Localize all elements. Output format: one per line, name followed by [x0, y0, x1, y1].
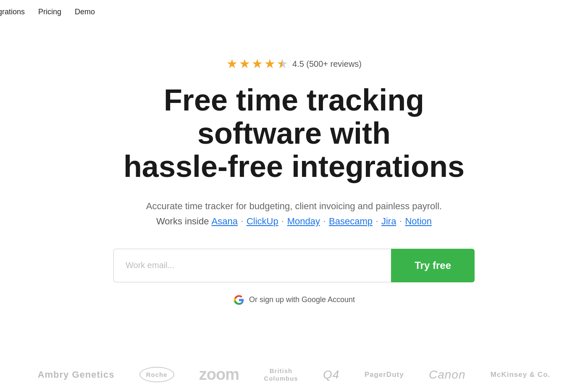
logo-q4: Q4 [323, 368, 339, 381]
rating-row: ★ ★ ★ ★ 4.5 (500+ reviews) [226, 58, 362, 70]
email-input[interactable] [113, 249, 391, 282]
integration-jira[interactable]: Jira [381, 216, 396, 227]
works-inside-text: Works inside [156, 216, 209, 227]
logo-canon: Canon [429, 368, 466, 381]
integration-asana[interactable]: Asana [211, 216, 237, 227]
dot-2: · [282, 217, 284, 226]
logos-section: Ambry Genetics Roche zoom BritishColumbu… [0, 357, 588, 392]
dot-3: · [323, 217, 326, 226]
hero-subtitle: Accurate time tracker for budgeting, cli… [146, 199, 442, 213]
star-rating: ★ ★ ★ ★ [226, 58, 288, 70]
logo-zoom: zoom [199, 366, 239, 384]
hero-section: ★ ★ ★ ★ 4.5 (500+ reviews) Free time tra… [0, 24, 588, 331]
dot-5: · [399, 217, 402, 226]
integration-notion[interactable]: Notion [405, 216, 432, 227]
integration-clickup[interactable]: ClickUp [247, 216, 278, 227]
rating-text: 4.5 (500+ reviews) [292, 59, 362, 69]
logo-roche: Roche [139, 367, 174, 382]
star-4: ★ [264, 58, 276, 70]
nav-pricing[interactable]: Pricing [38, 8, 61, 16]
integration-basecamp[interactable]: Basecamp [329, 216, 373, 227]
google-signup-text: Or sign up with Google Account [249, 295, 355, 304]
dot-4: · [376, 217, 378, 226]
nav-integrations[interactable]: tegrations [0, 8, 25, 16]
navbar: tegrations Pricing Demo [0, 0, 588, 24]
star-2: ★ [239, 58, 250, 70]
star-1: ★ [226, 58, 238, 70]
google-icon [233, 294, 245, 306]
logo-pagerduty: PagerDuty [365, 371, 404, 379]
hero-title-line1: Free time tracking software with [164, 83, 424, 150]
star-3: ★ [252, 58, 263, 70]
google-signup[interactable]: Or sign up with Google Account [233, 294, 355, 306]
try-free-button[interactable]: Try free [391, 249, 475, 282]
logo-ambry: Ambry Genetics [38, 369, 115, 380]
hero-title-line2: hassle-free integrations [123, 150, 465, 183]
dot-1: · [241, 217, 243, 226]
logo-british: BritishColumbus [264, 367, 298, 382]
star-5-half [277, 58, 288, 70]
integration-monday[interactable]: Monday [287, 216, 320, 227]
nav-links: tegrations Pricing Demo [0, 8, 95, 16]
integrations-line: Works inside Asana · ClickUp · Monday · … [156, 216, 432, 227]
cta-row: Try free [113, 249, 475, 282]
logo-mckinsey: McKinsey & Co. [491, 371, 550, 379]
hero-title: Free time tracking software with hassle-… [105, 84, 483, 184]
nav-demo[interactable]: Demo [75, 8, 95, 16]
